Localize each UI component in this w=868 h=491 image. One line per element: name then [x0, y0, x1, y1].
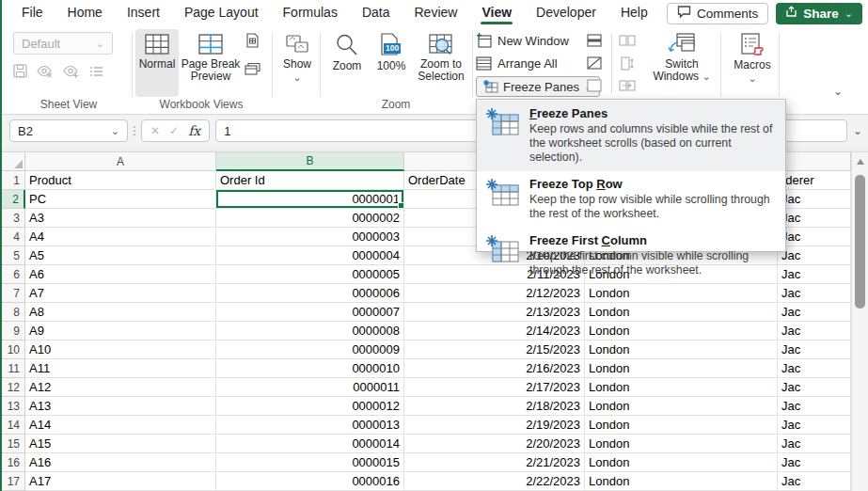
unhide-window-icon[interactable]	[585, 77, 604, 94]
select-all-corner[interactable]	[2, 152, 25, 171]
cell[interactable]: Jac	[778, 284, 851, 303]
menu-tab-data[interactable]: Data	[352, 1, 401, 25]
cell[interactable]: Jac	[778, 246, 851, 265]
normal-view-button[interactable]: Normal	[135, 29, 179, 97]
cell[interactable]: Jac	[778, 303, 851, 322]
row-header[interactable]: 1	[2, 171, 25, 190]
cell[interactable]: London	[585, 378, 778, 397]
menu-tab-help[interactable]: Help	[610, 1, 658, 25]
synchronous-scrolling-icon[interactable]	[618, 55, 637, 71]
cell[interactable]: A13	[25, 397, 216, 416]
hide-window-icon[interactable]	[585, 55, 604, 71]
cell[interactable]: 2/14/2023	[404, 322, 585, 341]
cell[interactable]: Jac	[778, 435, 851, 453]
cell[interactable]: 2/22/2023	[404, 472, 585, 491]
cell[interactable]: 0000008	[216, 322, 404, 341]
cell[interactable]: London	[585, 435, 778, 453]
split-icon[interactable]	[585, 32, 604, 49]
cell[interactable]: 2/18/2023	[404, 397, 585, 416]
cell[interactable]: 0000009	[216, 341, 404, 359]
freeze-panes-button[interactable]: Freeze Panes ⌄	[476, 76, 600, 97]
comments-button[interactable]: Comments	[667, 3, 768, 24]
switch-windows-button[interactable]: Switch Windows ⌄	[649, 29, 715, 103]
cell[interactable]: Jac	[778, 322, 851, 341]
arrange-all-button[interactable]: Arrange All	[476, 54, 558, 72]
cell[interactable]: 2/20/2023	[404, 435, 585, 453]
new-window-button[interactable]: New Window	[476, 31, 569, 50]
cell[interactable]: 0000007	[216, 303, 404, 322]
row-header[interactable]: 17	[2, 472, 25, 491]
cell[interactable]: 0000006	[216, 284, 404, 303]
cell[interactable]: Jac	[778, 265, 851, 284]
menu-tab-formulas[interactable]: Formulas	[273, 1, 348, 25]
page-layout-view-icon[interactable]	[243, 32, 261, 49]
menu-tab-review[interactable]: Review	[404, 1, 468, 25]
column-header-e[interactable]	[778, 152, 851, 171]
cell[interactable]: Jac	[778, 453, 851, 472]
cell[interactable]: A3	[25, 209, 216, 228]
menu-tab-file[interactable]: File	[11, 1, 54, 25]
cell[interactable]: Jac	[778, 228, 851, 246]
sheet-view-options-icon[interactable]	[89, 65, 103, 82]
row-header[interactable]: 16	[2, 453, 25, 472]
menu-tab-developer[interactable]: Developer	[526, 1, 607, 25]
cell[interactable]: London	[585, 284, 778, 303]
cell[interactable]: Jac	[778, 209, 851, 228]
cell[interactable]: 0000012	[216, 397, 404, 416]
cell[interactable]: A14	[25, 416, 216, 435]
cell[interactable]: Jac	[778, 359, 851, 378]
cell[interactable]: Jac	[778, 190, 851, 209]
cell[interactable]: Jac	[778, 378, 851, 397]
cell[interactable]: A8	[25, 303, 216, 322]
row-header[interactable]: 2	[2, 190, 25, 209]
cell[interactable]: 0000016	[216, 472, 404, 491]
cell[interactable]: London	[585, 397, 778, 416]
zoom-to-selection-button[interactable]: Zoom to Selection	[413, 29, 469, 103]
page-break-preview-button[interactable]: Page Break Preview	[181, 29, 241, 97]
row-header[interactable]: 9	[2, 322, 25, 341]
share-button[interactable]: Share ⌄	[776, 3, 862, 24]
cell[interactable]: A9	[25, 322, 216, 341]
row-header[interactable]: 6	[2, 265, 25, 284]
cell[interactable]: Order Id	[216, 171, 404, 190]
cell[interactable]: 0000004	[216, 246, 404, 265]
cell[interactable]: A11	[25, 359, 216, 378]
zoom-button[interactable]: Zoom	[325, 29, 369, 97]
row-header[interactable]: 15	[2, 435, 25, 453]
enter-icon[interactable]: ✓	[169, 124, 179, 137]
custom-views-icon[interactable]	[243, 60, 261, 77]
exit-sheet-view-icon[interactable]	[37, 65, 54, 82]
cell[interactable]: 0000005	[216, 265, 404, 284]
cell[interactable]: A16	[25, 453, 216, 472]
cell[interactable]: London	[585, 453, 778, 472]
cell[interactable]: 2/15/2023	[404, 341, 585, 359]
cell[interactable]: 0000011	[216, 378, 404, 397]
cell[interactable]: Jac	[778, 397, 851, 416]
menu-tab-home[interactable]: Home	[57, 1, 113, 25]
cell[interactable]: A17	[25, 472, 216, 491]
keep-sheet-view-icon[interactable]	[13, 64, 27, 82]
cell[interactable]: 0000001	[216, 190, 404, 209]
insert-function-icon[interactable]: fx	[188, 123, 200, 138]
cell[interactable]: 0000015	[216, 453, 404, 472]
cell[interactable]: Jac	[778, 341, 851, 359]
cell[interactable]: A15	[25, 435, 216, 453]
menu-item-freeze-panes[interactable]: Freeze Panes Keep rows and columns visib…	[477, 101, 785, 171]
row-header[interactable]: 3	[2, 209, 25, 228]
cell[interactable]: 0000003	[216, 228, 404, 246]
reset-window-position-icon[interactable]	[618, 77, 637, 94]
menu-item-freeze-top-row[interactable]: Freeze Top Row Keep the top row visible …	[477, 171, 785, 228]
cell[interactable]: 0000010	[216, 359, 404, 378]
cell[interactable]: 2/13/2023	[404, 303, 585, 322]
view-side-by-side-icon[interactable]	[618, 32, 637, 49]
name-box[interactable]: B2 ⌄	[9, 119, 128, 142]
menu-tab-insert[interactable]: Insert	[117, 1, 170, 25]
new-sheet-view-icon[interactable]	[63, 65, 80, 82]
cell[interactable]: 2/21/2023	[404, 453, 585, 472]
cancel-icon[interactable]: ✕	[150, 124, 160, 137]
cell[interactable]: A4	[25, 228, 216, 246]
sheet-view-select[interactable]: Default ⌄	[13, 32, 113, 55]
cell[interactable]: 0000002	[216, 209, 404, 228]
cell[interactable]: 0000014	[216, 435, 404, 453]
cell[interactable]: Product	[25, 171, 216, 190]
